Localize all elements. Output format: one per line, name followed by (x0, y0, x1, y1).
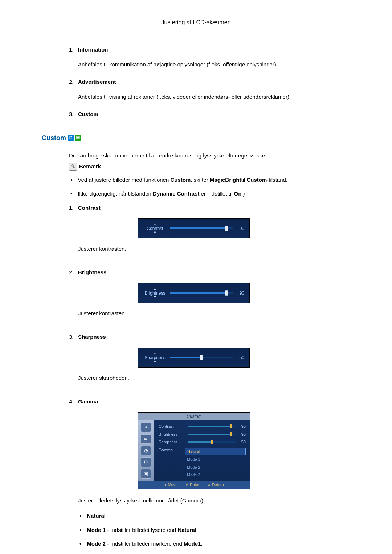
slider-thumb[interactable] (200, 355, 203, 360)
arrow-down-icon: ▼ (143, 296, 167, 299)
t: - Indstiller billedet lysere end (106, 527, 177, 533)
list-number: 2. (69, 268, 78, 325)
t: - Indstiller billeder mørkere end (106, 541, 184, 547)
list-item: Natural (79, 512, 350, 520)
page-title: Justering af LCD-skærmen (42, 18, 350, 29)
brightness-desc: Justerer kontrasten. (78, 309, 350, 318)
gamma-option-mode1[interactable]: Mode 1 (185, 456, 246, 463)
gamma-desc: Juster billedets lysstyrke i mellemområd… (78, 497, 350, 505)
footer-enter-label: Enter (190, 482, 199, 488)
gamma-option-natural[interactable]: Natural (185, 448, 246, 455)
t: Custom (246, 177, 267, 183)
t: On (234, 190, 241, 197)
list-number: 1. (69, 46, 78, 70)
preset-advertisement-text: Anbefales til visning af reklamer (f.eks… (78, 93, 350, 101)
osd-row-label: Gamma (159, 447, 185, 479)
slider-track[interactable] (188, 434, 236, 435)
osd-row-label: Contrast (159, 423, 185, 430)
t: . (201, 541, 203, 547)
osd-menu-title: Custom (138, 413, 250, 420)
slider-value: 90 (238, 431, 246, 438)
osd-tab-multi-icon[interactable]: ▣ (141, 469, 151, 479)
section-custom-label: Custom (42, 133, 66, 143)
contrast-desc: Justerer kontrasten. (78, 245, 350, 253)
slider-track[interactable] (170, 292, 233, 294)
move-icon: ♦ (164, 482, 166, 488)
slider-fill (170, 227, 226, 229)
t: til (241, 177, 246, 183)
list-number: 1. (69, 204, 78, 260)
osd-tab-time-icon[interactable]: ◔ (141, 446, 151, 455)
return-icon: ↺ (208, 482, 211, 488)
arrow-down-icon: ▼ (143, 360, 167, 364)
t: , skifter (191, 177, 210, 183)
footer-return-label: Return (212, 482, 224, 488)
contrast-title: Contrast (78, 204, 350, 212)
list-item: Mode 2 - Indstiller billeder mørkere end… (79, 540, 350, 548)
osd-tab-display-icon[interactable]: ◙ (141, 434, 151, 444)
note-item: Ikke tilgængelig, når tilstanden Dynamic… (70, 190, 350, 198)
osd-row-label: Sharpness (159, 439, 185, 445)
osd-row-sharpness[interactable]: Sharpness 50 (159, 439, 246, 445)
preset-advertisement-title: Advertisement (78, 78, 350, 86)
list-item: Mode 1 - Indstiller billedet lysere end … (79, 526, 350, 534)
gamma-option-mode2[interactable]: Mode 2 (185, 464, 246, 471)
gamma-option-mode3[interactable]: Mode 3 (185, 472, 246, 479)
arrow-up-icon: ▲ (143, 352, 167, 355)
badge-m-icon: M (75, 135, 81, 141)
preset-information-text: Anbefales til kommunikation af nøjagtige… (78, 61, 350, 69)
list-number: 3. (69, 333, 78, 390)
section-heading-custom: Custom P M (42, 133, 350, 143)
slider-thumb[interactable] (225, 290, 228, 296)
osd-row-contrast[interactable]: Contrast 90 (159, 423, 246, 430)
t: .) (241, 190, 245, 197)
osd-row-gamma[interactable]: Gamma Natural Mode 1 Mode 2 Mode 3 (159, 447, 246, 479)
slider-track[interactable] (188, 426, 236, 427)
t: Dynamic Contrast (153, 190, 199, 197)
gamma-osd-menu[interactable]: Custom ✦ ◙ ◔ ⚙ ▣ Contrast (138, 412, 250, 489)
preset-list: 1. Information Anbefales til kommunikati… (69, 46, 350, 125)
slider-track[interactable] (170, 227, 233, 229)
arrow-up-icon: ▲ (143, 223, 167, 226)
osd-label: Brightness (143, 291, 167, 295)
t: Custom (170, 177, 191, 183)
gamma-title: Gamma (78, 398, 350, 406)
osd-row-label: Brightness (159, 431, 185, 438)
slider-thumb[interactable] (225, 226, 228, 231)
t: Mode 1 (87, 527, 106, 533)
slider-value: 90 (236, 225, 244, 232)
t: Mode1 (184, 541, 201, 547)
note-label: Bemærk (79, 163, 101, 171)
slider-value: 90 (236, 290, 244, 296)
osd-row-brightness[interactable]: Brightness 90 (159, 431, 246, 438)
osd-label: Contrast (143, 226, 167, 231)
osd-tab-picture-icon[interactable]: ✦ (141, 423, 151, 432)
osd-label: Sharpness (143, 356, 167, 360)
t: Natural (87, 513, 106, 519)
t: Ikke tilgængelig, når tilstanden (78, 190, 153, 197)
slider-fill (170, 357, 201, 358)
sharpness-osd[interactable]: ▲ Sharpness ▼ 50 (138, 348, 250, 368)
note-icon: ✎ (69, 163, 77, 171)
t: MagicBright (210, 177, 241, 183)
slider-track[interactable] (188, 441, 236, 443)
footer-move-label: Move (168, 482, 177, 488)
sharpness-title: Sharpness (78, 333, 350, 341)
brightness-osd[interactable]: ▲ Brightness ▼ 90 (138, 283, 250, 303)
contrast-osd[interactable]: ▲ Contrast ▼ 90 (138, 218, 250, 238)
slider-track[interactable] (170, 357, 233, 358)
t: -tilstand. (267, 177, 287, 183)
note-item: Ved at justere billeder med funktionen C… (70, 176, 350, 184)
arrow-down-icon: ▼ (143, 231, 167, 234)
enter-icon: ⏎ (185, 482, 188, 488)
slider-value: 50 (238, 439, 246, 445)
osd-tab-setup-icon[interactable]: ⚙ (141, 457, 151, 467)
preset-information-title: Information (78, 46, 350, 54)
note-list: Ved at justere billeder med funktionen C… (70, 176, 350, 198)
t: Ved at justere billeder med funktionen (78, 177, 170, 183)
osd-footer: ♦Move ⏎Enter ↺Return (138, 481, 250, 489)
t: Mode 2 (87, 541, 106, 547)
sharpness-desc: Justerer skarpheden. (78, 374, 350, 382)
list-number: 3. (69, 110, 78, 125)
preset-custom-title: Custom (78, 110, 350, 119)
